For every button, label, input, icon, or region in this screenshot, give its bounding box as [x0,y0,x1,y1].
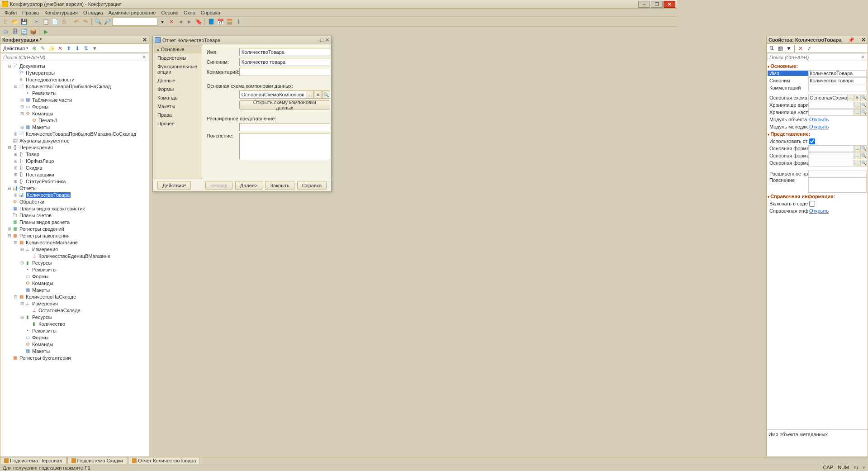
open-schema-button[interactable]: Открыть схему компоновки данных [239,100,330,109]
tree-item[interactable]: ⊟📊Отчеты [0,185,149,191]
cut-icon[interactable]: ✂ [33,18,41,26]
calc-icon[interactable]: 🧮 [225,18,233,26]
tree-item[interactable]: ⊞📊КоличествоТовара [0,191,149,198]
expand-icon[interactable]: ⊞ [13,159,18,163]
actions-menu[interactable]: Действия [1,45,30,52]
tree-item[interactable]: ⊟⚙Команды [0,110,149,117]
open-icon[interactable]: 📂 [11,18,19,26]
tree-item[interactable]: ⊟▦КоличествоВМагазине [0,239,149,246]
tree-item[interactable]: ⊥КоличесствоЕденицВМагазине [0,252,149,259]
tree-item[interactable]: ≡Последовательности [0,76,149,83]
tree-item[interactable]: ⚙Обработки [0,198,149,205]
panel-close-icon[interactable]: ✕ [142,37,147,43]
close-button[interactable]: ✕ [664,1,675,8]
tree-item[interactable]: ▭Формы [0,334,149,341]
dialog-close-button[interactable]: Закрыть [265,181,294,190]
menu-Отладка[interactable]: Отладка [81,9,105,16]
expand-icon[interactable]: ⊟ [19,247,24,252]
expand-icon[interactable]: ⊞ [13,132,18,136]
dialog-tab-3[interactable]: Данные [154,76,201,85]
minimize-button[interactable]: ─ [638,1,650,8]
tree-item[interactable]: ⊞{}СтатусРаботника [0,178,149,185]
dialog-titlebar[interactable]: Отчет КоличествоТовара ─ □ ✕ [153,36,331,44]
paste-icon[interactable]: 📄 [51,18,59,26]
maximize-button[interactable]: ❐ [651,1,663,8]
find-icon[interactable]: 🔍 [94,18,102,26]
tree-item[interactable]: ▦Планы видов характеристик [0,205,149,212]
expand-icon[interactable]: ⊞ [13,172,18,177]
prev-icon[interactable]: ◄ [176,18,185,26]
menu-Конфигурация[interactable]: Конфигурация [42,9,81,16]
db-icon[interactable]: 🗄 [11,28,19,36]
update-icon[interactable]: 🔄 [20,28,28,36]
dialog-tab-4[interactable]: Формы [154,85,201,93]
help-icon[interactable]: ℹ [234,18,242,26]
save-icon[interactable]: 💾 [20,18,28,26]
search-dropdown-icon[interactable]: ▾ [158,18,166,26]
expand-icon[interactable]: ⊟ [19,111,24,116]
tree-item[interactable]: ▭Формы [0,273,149,280]
tree-item[interactable]: ⊟▦Регистры накопления [0,232,149,239]
expand-icon[interactable]: ⊞ [19,105,24,109]
tree-item[interactable]: •Реквизиты [0,266,149,273]
tree-item[interactable]: ⊞▦Табличные части [0,96,149,103]
expand-icon[interactable]: ⊟ [7,186,12,190]
expand-icon[interactable]: ⊞ [19,125,24,129]
menu-Сервис[interactable]: Сервис [158,9,181,16]
search-combo[interactable] [112,18,157,26]
tree-item[interactable]: ⊞📄КоличествоТовараПрибылоВМагазинСоСкала… [0,130,149,137]
help-button[interactable]: Справка [297,181,327,190]
tree-item[interactable]: ⊞▦Регистры сведений [0,225,149,232]
menu-Правка[interactable]: Правка [19,9,42,16]
edit-icon[interactable]: ✎ [39,44,47,52]
schema-clear-button[interactable]: ✕ [314,90,322,99]
tree-item[interactable]: •Реквизиты [0,90,149,96]
next-button[interactable]: Далее> [235,181,263,190]
schema-lookup-button[interactable]: 🔍 [322,90,330,99]
menu-Справка[interactable]: Справка [198,9,223,16]
dialog-tab-8[interactable]: Прочее [154,119,201,128]
expand-icon[interactable]: ⊟ [19,301,24,306]
dialog-min-icon[interactable]: ─ [315,37,319,43]
tree-item[interactable]: ⚙Печать1 [0,117,149,124]
next-icon[interactable]: ► [185,18,194,26]
tree-item[interactable]: ▦Макеты [0,347,149,354]
expand-icon[interactable]: ⊟ [7,64,12,68]
expand-icon[interactable]: ⊟ [7,145,12,150]
config-tree-icon[interactable]: 🗂 [2,28,10,36]
dialog-close-icon[interactable]: ✕ [325,37,329,43]
expand-icon[interactable]: ⊞ [13,179,18,184]
calendar-icon[interactable]: 📅 [216,18,224,26]
clear-search-icon[interactable]: ✕ [167,18,175,26]
tree-item[interactable]: ⊥ОстатокНаСкладе [0,307,149,314]
tree-item[interactable]: ▦Регистры бухгалтерии [0,354,149,361]
tree-item[interactable]: ⊟⊥Измерения [0,246,149,252]
tree-item[interactable]: ▦Макеты [0,286,149,293]
dialog-tab-0[interactable]: Основные [154,45,201,53]
clear-search-icon[interactable]: ✕ [140,54,148,60]
tree-item[interactable]: 📰Журналы документов [0,137,149,144]
tree-item[interactable]: ⊞▭Формы [0,103,149,110]
name-input[interactable] [239,48,330,56]
tree-item[interactable]: ТтПланы счетов [0,212,149,219]
tree-item[interactable]: ⊞{}Товар [0,151,149,157]
expand-icon[interactable]: ⊞ [19,98,24,102]
debug-run-icon[interactable]: ▶ [42,28,50,36]
expand-icon[interactable]: ⊞ [13,152,18,157]
dialog-actions-button[interactable]: Действия [157,181,191,190]
delete-icon[interactable]: ✕ [56,44,64,52]
print-icon[interactable]: ⎙ [60,18,68,26]
menu-Окна[interactable]: Окна [181,9,198,16]
tree-item[interactable]: 2³Нумераторы [0,69,149,76]
up-icon[interactable]: ⬆ [65,44,73,52]
tree-item[interactable]: ⊞{}Скидка [0,164,149,171]
tree-item[interactable]: ⊞{}Поставщики [0,171,149,178]
expand-icon[interactable]: ⊟ [19,315,24,319]
tree-item[interactable]: ⊟▮Ресурсы [0,314,149,320]
filter-icon[interactable]: ▼ [90,44,99,52]
tree-item[interactable]: ⊟▦КоличествоНаСкладе [0,293,149,300]
undo-icon[interactable]: ↶ [72,18,81,26]
tree-item[interactable]: ⊞▦Макеты [0,124,149,130]
dialog-tab-7[interactable]: Права [154,111,201,119]
tree-item[interactable]: ⊟{}Перечисления [0,144,149,151]
